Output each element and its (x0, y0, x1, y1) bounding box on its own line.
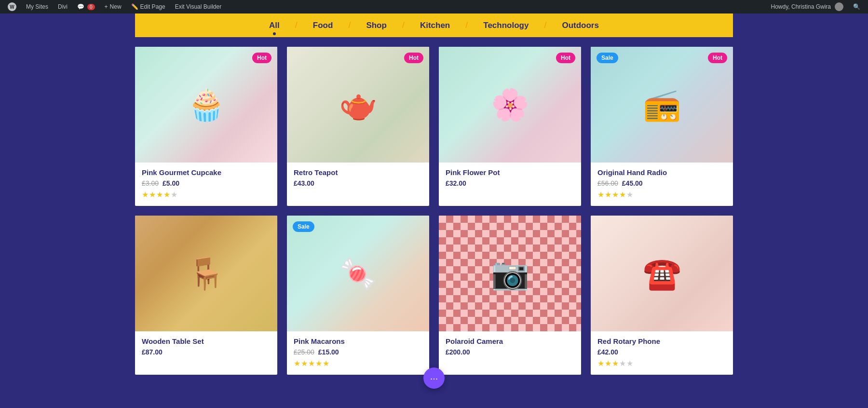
product-image: 🌸 (439, 47, 581, 163)
product-image-wrap: 📷 (439, 216, 581, 331)
product-info: Pink Gourmet Cupcake £3.00 £5.00 ★★★★★ (135, 163, 277, 206)
edit-icon: ✏️ (131, 3, 138, 10)
product-price: £25.00 £15.00 (294, 348, 422, 356)
wp-logo-icon: W (8, 2, 16, 11)
product-info: Wooden Table Set £87.00 (135, 331, 277, 366)
product-stars: ★★★★★ (597, 190, 726, 199)
admin-bar-right: Howdy, Christina Gwira 🔍 (767, 0, 864, 14)
admin-bar: W My Sites Divi 💬 0 + New ✏️ Edit Page E… (0, 0, 868, 14)
product-title: Red Rotary Phone (597, 337, 726, 345)
product-card[interactable]: 🌸 Hot Pink Flower Pot £32.00 (439, 47, 581, 206)
price-current: £15.00 (318, 348, 339, 356)
product-title: Original Hand Radio (597, 168, 726, 177)
fab-button[interactable]: ··· (423, 367, 445, 389)
product-image: ☎️ (591, 216, 733, 331)
product-price: £42.00 (597, 348, 726, 356)
product-info: Red Rotary Phone £42.00 ★★★★★ (591, 331, 733, 375)
edit-page-label: Edit Page (140, 3, 165, 10)
product-image: 📷 (439, 216, 581, 331)
product-image: 📻 (591, 47, 733, 163)
price-only: £42.00 (597, 348, 618, 356)
product-image-wrap: 🧁 Hot (135, 47, 277, 163)
product-stars: ★★★★★ (142, 190, 271, 199)
hot-badge: Hot (708, 53, 727, 63)
price-original: £3.00 (142, 179, 159, 187)
comments-item[interactable]: 💬 0 (73, 0, 99, 14)
product-title: Wooden Table Set (142, 337, 271, 345)
product-info: Original Hand Radio £56.00 £45.00 ★★★★★ (591, 163, 733, 206)
product-image: 🧁 (135, 47, 277, 163)
product-price: £3.00 £5.00 (142, 179, 271, 187)
product-price: £32.00 (446, 179, 574, 187)
product-emoji: 📷 (491, 256, 529, 292)
product-image: 🫖 (287, 47, 429, 163)
exit-builder-label: Exit Visual Builder (175, 3, 222, 10)
product-card[interactable]: 🧁 Hot Pink Gourmet Cupcake £3.00 £5.00 ★… (135, 47, 277, 206)
product-emoji: 🪑 (187, 256, 226, 292)
edit-page-item[interactable]: ✏️ Edit Page (127, 0, 169, 14)
divider-5: / (544, 20, 546, 30)
product-card[interactable]: 📷 Polaroid Camera £200.00 (439, 216, 581, 375)
divider-1: / (295, 20, 298, 30)
product-emoji: 📻 (643, 87, 681, 123)
product-image: 🪑 (135, 216, 277, 331)
filter-food[interactable]: Food (313, 21, 333, 30)
comment-count: 0 (87, 4, 95, 10)
hot-badge: Hot (404, 53, 423, 63)
product-card[interactable]: 📻 SaleHot Original Hand Radio £56.00 £45… (591, 47, 733, 206)
divider-3: / (402, 20, 405, 30)
price-only: £32.00 (446, 179, 466, 187)
product-card[interactable]: ☎️ Red Rotary Phone £42.00 ★★★★★ (591, 216, 733, 375)
new-item[interactable]: + New (101, 0, 125, 14)
price-current: £45.00 (622, 179, 643, 187)
product-card[interactable]: 🫖 Hot Retro Teapot £43.00 (287, 47, 429, 206)
product-stars: ★★★★★ (294, 359, 422, 368)
search-item[interactable]: 🔍 (849, 0, 864, 14)
user-greeting-item[interactable]: Howdy, Christina Gwira (767, 0, 847, 14)
product-emoji: 🫖 (339, 87, 378, 123)
filter-all[interactable]: All (269, 21, 280, 30)
product-price: £43.00 (294, 179, 422, 187)
product-info: Polaroid Camera £200.00 (439, 331, 581, 366)
divi-item[interactable]: Divi (54, 0, 71, 14)
price-only: £200.00 (446, 348, 470, 356)
product-emoji: ☎️ (643, 256, 681, 292)
main-content: All / Food / Shop / Kitchen / Technology… (0, 14, 868, 384)
divider-4: / (465, 20, 468, 30)
filter-outdoors[interactable]: Outdoors (562, 21, 599, 30)
my-sites-label: My Sites (26, 3, 48, 10)
wp-logo-item[interactable]: W (4, 0, 20, 14)
product-info: Pink Flower Pot £32.00 (439, 163, 581, 197)
product-info: Retro Teapot £43.00 (287, 163, 429, 197)
filter-kitchen[interactable]: Kitchen (420, 21, 450, 30)
fab-icon: ··· (430, 373, 438, 384)
product-price: £200.00 (446, 348, 574, 356)
product-emoji: 🧁 (187, 87, 226, 123)
product-title: Retro Teapot (294, 168, 422, 177)
product-image: 🍬 (287, 216, 429, 331)
comment-icon: 💬 (77, 3, 84, 10)
product-card[interactable]: 🍬 Sale Pink Macarons £25.00 £15.00 ★★★★★ (287, 216, 429, 375)
filter-nav: All / Food / Shop / Kitchen / Technology… (135, 14, 733, 37)
search-icon: 🔍 (853, 3, 860, 10)
exit-builder-item[interactable]: Exit Visual Builder (171, 0, 226, 14)
hot-badge: Hot (252, 53, 271, 63)
filter-technology[interactable]: Technology (483, 21, 529, 30)
product-image-wrap: 🌸 Hot (439, 47, 581, 163)
divi-label: Divi (58, 3, 68, 10)
price-only: £87.00 (142, 348, 163, 356)
product-image-wrap: 🫖 Hot (287, 47, 429, 163)
my-sites-item[interactable]: My Sites (22, 0, 52, 14)
sale-badge: Sale (293, 221, 314, 232)
plus-icon: + (105, 3, 108, 10)
avatar (835, 2, 843, 11)
filter-shop[interactable]: Shop (366, 21, 387, 30)
price-current: £5.00 (163, 179, 179, 187)
product-card[interactable]: 🪑 Wooden Table Set £87.00 (135, 216, 277, 375)
divider-2: / (348, 20, 351, 30)
product-image-wrap: 🪑 (135, 216, 277, 331)
product-title: Polaroid Camera (446, 337, 574, 345)
new-label: New (110, 3, 122, 10)
product-price: £56.00 £45.00 (597, 179, 726, 187)
price-original: £25.00 (294, 348, 314, 356)
